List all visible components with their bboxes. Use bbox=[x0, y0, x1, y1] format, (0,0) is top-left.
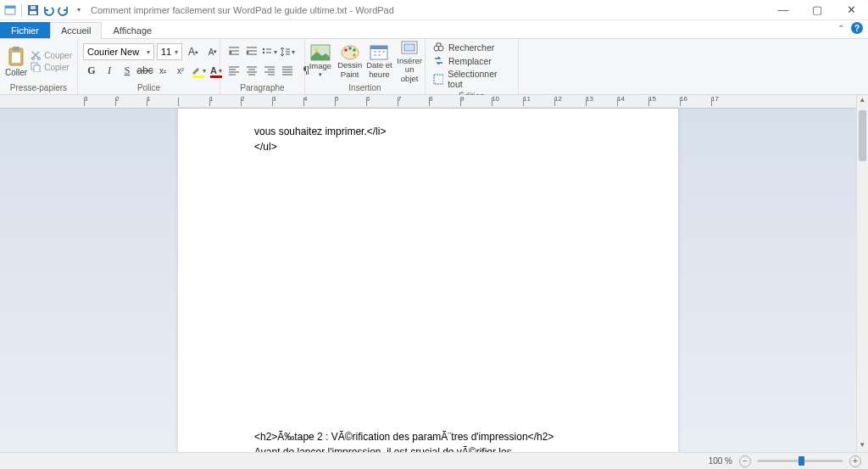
justify-button[interactable] bbox=[279, 62, 296, 79]
align-left-button[interactable] bbox=[225, 62, 242, 79]
cut-button[interactable]: Couper bbox=[31, 50, 72, 60]
group-paragraph: Paragraphe bbox=[220, 39, 305, 94]
insert-paint-button[interactable]: Dessin Paint bbox=[337, 39, 363, 83]
svg-point-12 bbox=[263, 48, 264, 50]
save-icon[interactable] bbox=[26, 3, 40, 17]
insert-datetime-button[interactable]: Date et heure bbox=[366, 39, 393, 83]
tab-view[interactable]: Affichage bbox=[102, 22, 163, 38]
title-bar: ▾ Comment imprimer facilement sur WordPa… bbox=[0, 0, 868, 20]
bullets-button[interactable] bbox=[261, 43, 278, 60]
select-all-button[interactable]: Sélectionner tout bbox=[431, 68, 513, 90]
scissors-icon bbox=[31, 50, 41, 60]
minimize-button[interactable]: — bbox=[766, 0, 800, 20]
zoom-level-label: 100 % bbox=[709, 456, 732, 466]
replace-icon bbox=[433, 55, 444, 66]
italic-button[interactable]: I bbox=[101, 62, 118, 79]
svg-rect-27 bbox=[434, 75, 443, 84]
scroll-down-button[interactable]: ▾ bbox=[857, 440, 868, 452]
doc-line: <h2>Ã‰tape 2 : VÃ©rification des paramÃ¨… bbox=[254, 429, 602, 444]
tab-file[interactable]: Fichier bbox=[0, 22, 50, 38]
tab-home[interactable]: Accueil bbox=[50, 22, 102, 39]
redo-icon[interactable] bbox=[57, 3, 70, 17]
svg-rect-6 bbox=[13, 47, 19, 51]
svg-rect-3 bbox=[30, 11, 36, 14]
paste-label: Coller bbox=[5, 68, 27, 77]
horizontal-ruler[interactable]: 3 2 1 1 2 3 4 5 6 7 8 9 10 11 12 13 14 1… bbox=[0, 95, 856, 109]
doc-line: Avant de lancer l'impression, il est cru… bbox=[254, 444, 602, 452]
shrink-font-button[interactable]: A▾ bbox=[204, 43, 221, 60]
clipboard-icon bbox=[7, 46, 25, 66]
group-label-clipboard: Presse-papiers bbox=[0, 83, 77, 94]
underline-button[interactable]: S bbox=[119, 62, 136, 79]
group-editing: Rechercher Remplacer Sélectionner tout É… bbox=[426, 39, 519, 94]
cut-label: Couper bbox=[44, 51, 72, 60]
svg-point-18 bbox=[348, 47, 352, 50]
svg-rect-4 bbox=[31, 6, 36, 9]
document-page[interactable]: vous souhaitez imprimer.</li> </ul> <h2>… bbox=[178, 109, 678, 452]
copy-icon bbox=[31, 62, 41, 72]
insert-object-button[interactable]: Insérer un objet bbox=[396, 39, 423, 83]
zoom-out-button[interactable]: − bbox=[739, 455, 751, 467]
select-all-icon bbox=[433, 74, 443, 85]
picture-icon bbox=[310, 44, 331, 61]
workspace: 3 2 1 1 2 3 4 5 6 7 8 9 10 11 12 13 14 1… bbox=[0, 95, 868, 452]
svg-rect-24 bbox=[404, 44, 415, 51]
font-size-combo[interactable]: 11▾ bbox=[157, 43, 182, 60]
strikethrough-button[interactable]: abc bbox=[136, 62, 153, 79]
font-color-button[interactable]: A bbox=[208, 62, 225, 79]
vertical-scrollbar[interactable]: ▴ ▾ bbox=[856, 95, 868, 452]
group-label-insert: Insertion bbox=[305, 83, 425, 94]
qat-dropdown-icon[interactable]: ▾ bbox=[72, 3, 86, 17]
ribbon-tabs: Fichier Accueil Affichage ⌃ ? bbox=[0, 20, 868, 39]
svg-rect-7 bbox=[12, 53, 20, 63]
bold-button[interactable]: G bbox=[83, 62, 100, 79]
close-button[interactable]: ✕ bbox=[834, 0, 868, 20]
subscript-button[interactable]: x₂ bbox=[154, 62, 171, 79]
copy-label: Copier bbox=[44, 63, 69, 72]
align-center-button[interactable] bbox=[243, 62, 260, 79]
find-label: Rechercher bbox=[448, 42, 494, 53]
font-name-value: Courier New bbox=[87, 47, 139, 57]
group-label-paragraph: Paragraphe bbox=[220, 83, 304, 94]
group-clipboard: Coller Couper Copier Presse-papiers bbox=[0, 39, 78, 94]
align-right-button[interactable] bbox=[261, 62, 278, 79]
font-name-combo[interactable]: Courier New▾ bbox=[83, 43, 154, 60]
window-title: Comment imprimer facilement sur WordPad … bbox=[91, 5, 766, 15]
zoom-slider-thumb[interactable] bbox=[798, 456, 804, 466]
app-icon[interactable] bbox=[3, 3, 17, 17]
font-size-value: 11 bbox=[161, 47, 171, 57]
help-icon[interactable]: ? bbox=[851, 22, 863, 34]
zoom-in-button[interactable]: + bbox=[849, 455, 861, 467]
select-all-label: Sélectionner tout bbox=[448, 69, 510, 89]
undo-icon[interactable] bbox=[42, 3, 55, 17]
find-button[interactable]: Rechercher bbox=[431, 41, 513, 53]
svg-rect-1 bbox=[5, 6, 15, 8]
binoculars-icon bbox=[433, 42, 444, 53]
minimize-ribbon-icon[interactable]: ⌃ bbox=[837, 24, 844, 33]
paragraph-dialog-button[interactable] bbox=[297, 62, 314, 79]
grow-font-button[interactable]: A▴ bbox=[185, 43, 202, 60]
superscript-button[interactable]: x² bbox=[172, 62, 189, 79]
zoom-slider[interactable] bbox=[758, 460, 843, 462]
scroll-thumb[interactable] bbox=[859, 110, 866, 161]
line-spacing-button[interactable] bbox=[279, 43, 296, 60]
scroll-up-button[interactable]: ▴ bbox=[857, 95, 868, 107]
insert-datetime-label: Date et heure bbox=[366, 61, 393, 79]
increase-indent-button[interactable] bbox=[243, 43, 260, 60]
group-insert: Image▾ Dessin Paint Date et heure Insére… bbox=[305, 39, 426, 94]
maximize-button[interactable]: ▢ bbox=[800, 0, 834, 20]
palette-icon bbox=[340, 43, 360, 60]
replace-label: Remplacer bbox=[448, 56, 492, 66]
svg-point-19 bbox=[353, 48, 356, 52]
highlight-button[interactable] bbox=[190, 62, 207, 79]
calendar-icon bbox=[369, 43, 389, 60]
ribbon: Coller Couper Copier Presse-papiers Cour… bbox=[0, 39, 868, 95]
replace-button[interactable]: Remplacer bbox=[431, 54, 513, 67]
status-bar: 100 % − + bbox=[0, 452, 868, 469]
svg-rect-11 bbox=[34, 65, 40, 72]
doc-line: </ul> bbox=[254, 139, 602, 154]
paste-button[interactable]: Coller bbox=[5, 41, 27, 81]
copy-button[interactable]: Copier bbox=[31, 62, 72, 72]
group-label-font: Police bbox=[78, 83, 220, 94]
decrease-indent-button[interactable] bbox=[225, 43, 242, 60]
